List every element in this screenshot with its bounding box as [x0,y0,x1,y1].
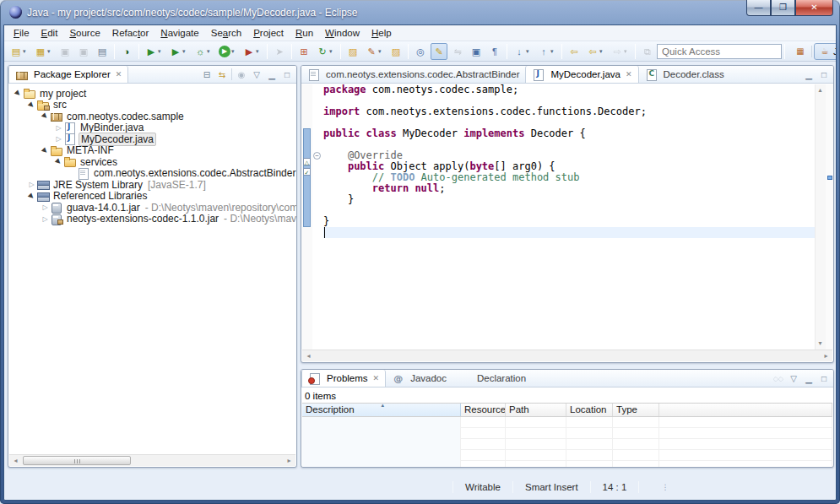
minimize-button[interactable]: — [746,0,771,16]
view-tab-declaration[interactable]: Declaration [453,370,532,387]
print-button[interactable]: ▤ [94,43,111,60]
titlebar[interactable]: Java - my project/src/com/neotys/codec/s… [0,0,840,24]
quick-access-input[interactable] [657,44,782,59]
column-header-location[interactable]: Location [566,404,613,416]
tree-item-referenced-libraries[interactable]: ▶Referenced Libraries [8,191,296,203]
table-row[interactable] [302,417,832,428]
neoload-button[interactable]: ◑ [118,43,135,60]
close-icon[interactable]: ✕ [373,374,380,382]
table-row[interactable] [302,461,832,468]
view-menu-icon[interactable]: ▽ [788,374,799,383]
scroll-down-icon[interactable]: ▾ [815,338,826,350]
open-resource-button[interactable]: ▨ [344,43,361,60]
last-edit-location-button[interactable]: ⇦ [566,43,583,60]
save-all-button[interactable]: ▣ [75,43,92,60]
menu-edit[interactable]: Edit [35,26,64,40]
occurrence-marker[interactable] [827,176,832,180]
maximize-view-icon[interactable]: □ [818,374,830,383]
restore-button[interactable]: ❐ [771,0,795,16]
table-row[interactable] [302,428,832,439]
dropdown-arrow-icon[interactable]: ▾ [158,48,164,55]
filters-icon[interactable]: ◌◌ [772,374,784,383]
dropdown-arrow-icon[interactable]: ▾ [23,48,29,55]
menu-project[interactable]: Project [247,26,290,40]
collapse-all-icon[interactable]: ⊟ [201,70,213,79]
twistie-closed-icon[interactable]: ▷ [41,203,50,211]
view-tab-javadoc[interactable]: Javadoc [386,370,453,387]
open-type-button[interactable]: ⊞ [295,43,312,60]
overview-ruler[interactable] [826,84,833,350]
open-perspective-button[interactable]: ▦ [789,43,811,60]
implements-indicator-icon[interactable]: △ [303,158,311,165]
coverage-button[interactable]: ▶▾ [143,43,165,60]
twistie-closed-icon[interactable]: ▷ [54,124,63,132]
dropdown-arrow-icon[interactable]: ▾ [526,48,532,55]
show-selected-element-button[interactable]: ⇋ [449,43,466,60]
twistie-closed-icon[interactable]: ▷ [54,135,63,143]
tree-item-com-neotys-codec-sample[interactable]: ▶com.neotys.codec.sample [8,111,296,122]
dropdown-arrow-icon[interactable]: ▾ [207,48,213,55]
folding-ruler[interactable]: − [312,84,322,350]
dropdown-arrow-icon[interactable]: ▾ [329,48,335,55]
menu-help[interactable]: Help [366,26,398,40]
scroll-left-icon[interactable]: ◂ [9,455,22,467]
skip-breakpoints-button[interactable]: ➤ [271,43,288,60]
dropdown-arrow-icon[interactable]: ▾ [47,48,53,55]
show-whitespace-button[interactable]: ¶ [486,43,503,60]
next-annotation-button[interactable]: ↓▾ [511,43,534,60]
maximize-editor-icon[interactable]: □ [818,70,830,79]
annotate-button[interactable]: ✎▾ [363,43,386,60]
code-line[interactable]: return null; [323,183,815,194]
link-with-editor-icon[interactable]: ⇆ [216,70,228,79]
back-history-button[interactable]: ⇦▾ [584,43,607,60]
link-with-editor-button[interactable]: ⧉ [639,43,656,60]
tree-item-guava-14-0-1-jar[interactable]: ▷guava-14.0.1.jar- D:\Neotys\maven\repos… [8,202,296,214]
table-row[interactable] [302,450,832,461]
tree-item-my-project[interactable]: ▶my project [8,88,296,100]
editor-horizontal-scrollbar[interactable]: ◂ ▸ [302,350,832,361]
dropdown-arrow-icon[interactable]: ▾ [256,48,262,55]
mark-occurrences-button[interactable]: ✎ [431,43,447,60]
table-row[interactable] [302,439,832,450]
tab-package-explorer[interactable]: Package Explorer ✕ [8,66,128,83]
dropdown-arrow-icon[interactable]: ▾ [624,48,630,55]
external-tools-button[interactable]: ▶▾ [241,43,263,60]
block-selection-button[interactable]: ▣ [468,43,485,60]
scroll-right-icon[interactable]: ▸ [283,455,295,467]
minimize-view-icon[interactable]: ▁ [803,374,815,383]
debug-button[interactable]: ☼▾ [192,43,214,60]
menu-window[interactable]: Window [319,26,366,40]
editor-tab-decoder-class[interactable]: Decoder.class [639,66,730,83]
scroll-right-icon[interactable]: ▸ [820,350,832,362]
save-button[interactable]: ▣ [57,43,73,60]
run-history-button[interactable]: ▶▾ [167,43,190,60]
tree-item-jre-system-library[interactable]: ▷JRE System Library[JavaSE-1.7] [8,179,296,191]
column-header-path[interactable]: Path [506,404,566,416]
scroll-left-icon[interactable]: ◂ [302,350,315,362]
code-line[interactable]: } [323,194,815,205]
dropdown-arrow-icon[interactable]: ▾ [182,48,188,55]
focus-icon[interactable]: ◉ [236,70,247,79]
view-menu-icon[interactable]: ▽ [251,70,263,79]
menu-file[interactable]: File [8,26,35,40]
import-button[interactable]: ▨ [387,43,404,60]
dropdown-arrow-icon[interactable]: ▾ [231,48,237,55]
column-header-type[interactable]: Type [613,404,659,416]
tree-item-mybinder-java[interactable]: ▷MyBinder.java [8,122,296,134]
code-editor[interactable]: package com.neotys.codec.sample;import c… [323,84,815,350]
scrollbar-thumb[interactable] [23,456,131,465]
column-header-resource[interactable]: Resource [461,404,506,416]
annotation-ruler[interactable]: △ ✓ [301,84,312,350]
previous-annotation-button[interactable]: ↑▾ [535,43,558,60]
new-wizard-button[interactable]: ▤▾ [8,43,30,60]
tree-item-src[interactable]: ▶src [8,100,296,111]
close-icon[interactable]: ✕ [626,70,632,79]
column-header-description[interactable]: ▴Description [302,404,461,416]
vertical-scrollbar[interactable]: ▴ ▾ [815,84,826,350]
refresh-button[interactable]: ↻▾ [314,43,337,60]
column-header-empty[interactable] [659,404,832,416]
code-line[interactable]: import com.neotys.extensions.codec.funct… [323,106,815,117]
tree-item-mydecoder-java[interactable]: ▷MyDecoder.java [8,133,296,145]
forward-history-button[interactable]: ⇨▾ [609,43,631,60]
scroll-up-icon[interactable]: ▴ [815,84,826,96]
